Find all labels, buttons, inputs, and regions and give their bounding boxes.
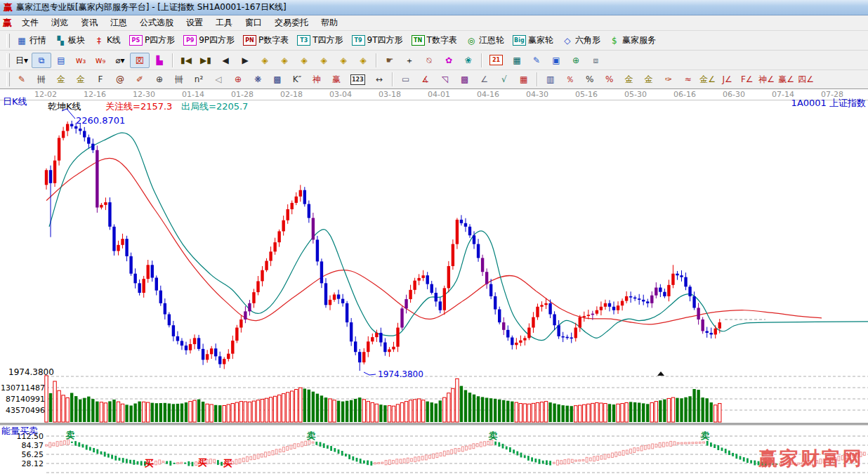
gann-wheel-button[interactable]: ◎江恩轮 [461,32,508,48]
p-square-button[interactable]: PSP四方形 [125,32,179,48]
percent-under-tool[interactable]: % [600,72,619,87]
angle-lines-tool[interactable]: ∠ [475,72,494,87]
calendar-button[interactable]: 21 [485,53,507,67]
wave3-button[interactable]: w₃ [71,53,91,68]
fan-tool[interactable]: ∡ [416,72,435,87]
gold-circle-tool[interactable]: 金 [619,72,639,87]
save-button[interactable]: ▣ [546,53,566,68]
pencil-line-tool[interactable]: ✑ [659,72,678,87]
k-quote-tool[interactable]: K″ [287,72,307,87]
diamond-1-button[interactable]: ◈ [255,53,275,68]
n2-tool[interactable]: n² [189,72,209,87]
shen-angle-tool[interactable]: 神∠ [757,72,777,87]
notes-button[interactable]: ✎ [527,53,546,68]
winner-service-button-label: 赢家服务 [622,34,656,46]
9t-square-button[interactable]: T99T四方形 [348,32,407,48]
clipboard-button[interactable]: ▤ [51,53,71,68]
j-angle-tool[interactable]: J∠ [718,72,737,87]
chart-canvas[interactable]: 12-0212-1612-3001-1401-2802-1803-0403-18… [0,89,868,474]
pattern-button[interactable]: 図 [130,53,150,68]
win-ruler-tool[interactable]: 赢 [327,72,346,87]
menu-item-2[interactable]: 资讯 [74,16,104,29]
pencil-tool[interactable]: ✎ [12,72,32,87]
t-square-button[interactable]: T3T四方形 [293,32,347,48]
menu-item-3[interactable]: 江恩 [104,16,133,29]
prev-button[interactable]: ◀ [216,53,235,68]
wave9-button[interactable]: w₉ [91,53,110,68]
shen-ruler-tool[interactable]: 神 [307,72,327,87]
percent-line-tool[interactable]: ％ [560,72,580,87]
gold-ruler2-tool[interactable]: 金 [71,72,91,87]
wave-check-tool[interactable]: √ [494,72,514,87]
menu-item-0[interactable]: 文件 [15,16,45,29]
f-angle-tool[interactable]: F∠ [737,72,757,87]
percent-tool[interactable]: % [580,72,600,87]
four-angle-tool[interactable]: 四∠ [796,72,816,87]
box-select-tool[interactable]: ▭ [396,72,416,87]
period-dropdown-button[interactable]: 日▾ [12,53,32,68]
ruler-123-tool[interactable]: 123 [346,72,369,87]
web-grid-tool[interactable]: ▩ [268,72,287,87]
width-arrows-tool[interactable]: ↔ [369,72,389,87]
next-button[interactable]: ▶ [235,53,255,68]
flower-magenta-button[interactable]: ✿ [439,53,459,68]
menu-item-7[interactable]: 窗口 [239,16,268,29]
kline-button[interactable]: ‡K线 [89,32,125,48]
gold-lines-tool[interactable]: 金 [639,72,659,87]
channel-tool[interactable]: ≈ [678,72,698,87]
winner-wheel-button[interactable]: Big赢家轮 [508,32,558,48]
f-ruler-tool[interactable]: F [91,72,110,87]
candle-style-dropdown-button[interactable]: ⌀▾ [110,53,130,68]
first-page-button[interactable]: ▮◀ [176,53,196,68]
quotes-button[interactable]: ▦行情 [12,32,51,48]
p-square-button-label: P四方形 [145,34,175,46]
diamond-2-button[interactable]: ◈ [275,53,294,68]
9p-square-button[interactable]: P99P四方形 [179,32,239,48]
menu-item-5[interactable]: 设置 [180,16,209,29]
gold-angle-tool[interactable]: 金∠ [698,72,718,87]
measure-button[interactable]: ⍉ [419,53,439,68]
pane-separator[interactable] [0,423,868,426]
gann-ruler-tool[interactable]: 卌 [32,72,51,87]
radial-web-tool[interactable]: ❋ [248,72,268,87]
hexagon-button[interactable]: ◇六角形 [558,32,605,48]
win-angle-tool[interactable]: 赢∠ [777,72,796,87]
menu-item-9[interactable]: 帮助 [315,16,344,29]
menu-item-8[interactable]: 交易委托 [268,16,315,29]
menu-item-4[interactable]: 公式选股 [133,16,180,29]
t-table-button[interactable]: TNT数字表 [407,32,461,48]
export-button[interactable]: ⧈ [586,53,605,68]
last-page-button[interactable]: ▶▮ [196,53,216,68]
spiral-tool[interactable]: @ [110,72,130,87]
ruler-tool[interactable]: 卌 [169,72,189,87]
flower-teal-button[interactable]: ❀ [459,53,478,68]
toolbar-handle[interactable] [6,72,10,86]
gold-ruler-tool[interactable]: 金 [51,72,71,87]
snapshot-button[interactable]: ⊕ [566,53,586,68]
toolbar-handle[interactable] [6,34,10,48]
menu-item-1[interactable]: 浏览 [45,16,74,29]
blue-hist-tool[interactable]: ▥ [541,72,560,87]
dial-tool[interactable]: ⊕ [150,72,169,87]
diamond-3-button[interactable]: ◈ [294,53,314,68]
target-tool[interactable]: ⊕ [228,72,248,87]
mirror-tool[interactable]: ◁ [209,72,228,87]
red-grid-tool[interactable]: ▦ [514,72,534,87]
sectors-button[interactable]: ▚板块 [51,32,89,48]
p-table-button[interactable]: PNP数字表 [239,32,293,48]
hand-button[interactable]: ☛ [380,53,400,68]
pencil-angle-tool[interactable]: ✐ [130,72,150,87]
diamond-6-button[interactable]: ◈ [353,53,373,68]
web-box-tool[interactable]: ▩ [455,72,475,87]
histogram-button[interactable]: ▙ [150,53,169,68]
crosshair-button[interactable]: ＋ [400,53,419,68]
winner-wheel-icon: Big [513,35,526,46]
winner-service-button[interactable]: $赢家服务 [605,32,660,48]
menu-item-6[interactable]: 工具 [209,16,239,29]
toolbar-handle[interactable] [6,53,10,67]
calculator-button[interactable]: ▦ [507,53,527,68]
zone-button[interactable]: ⧉ [32,53,51,68]
fan-box-tool[interactable]: ◹ [435,72,455,87]
diamond-5-button[interactable]: ◈ [334,53,353,68]
diamond-4-button[interactable]: ◈ [314,53,334,68]
